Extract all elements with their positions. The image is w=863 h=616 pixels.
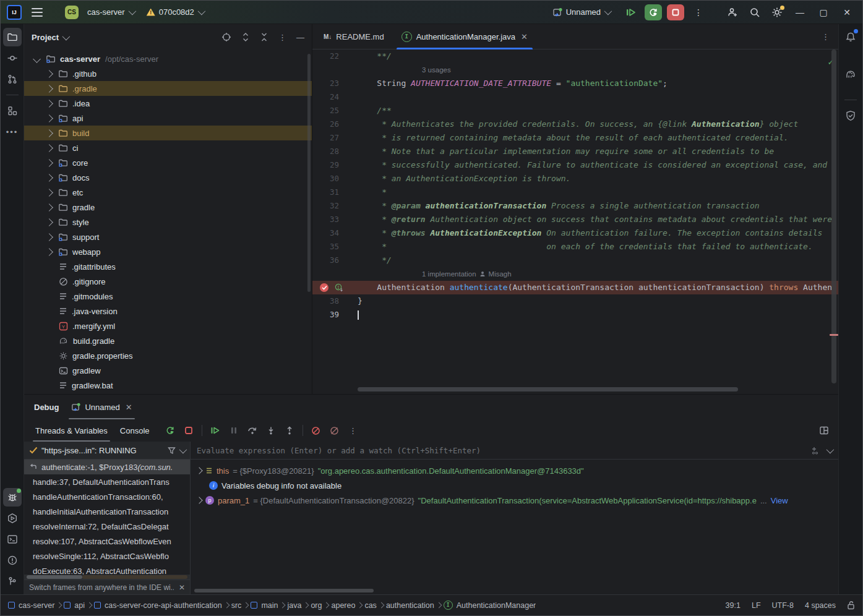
- code-line[interactable]: *: [358, 186, 838, 199]
- resume-program-button[interactable]: [622, 4, 640, 20]
- code-row-28[interactable]: 28 * Note that a particular implementati…: [312, 145, 838, 158]
- frames-hscrollbar[interactable]: [24, 575, 190, 580]
- tree-item-ci[interactable]: ci: [24, 140, 312, 155]
- resume-icon[interactable]: [207, 422, 223, 438]
- code-row-23[interactable]: 23 String AUTHENTICATION_DATE_ATTRIBUTE …: [312, 77, 838, 90]
- breadcrumb-java[interactable]: java: [287, 601, 301, 610]
- gutter[interactable]: 23: [312, 77, 358, 90]
- tree-item-gitmodules[interactable]: .gitmodules: [24, 289, 312, 304]
- commit-tool-icon[interactable]: [3, 49, 22, 67]
- project-selector[interactable]: cas-server: [84, 5, 138, 19]
- chevron-collapsed-icon[interactable]: [45, 85, 53, 93]
- more-actions-icon[interactable]: ⋮: [689, 4, 708, 20]
- code-row-34[interactable]: 34 * @throws AuthenticationException On …: [312, 226, 838, 240]
- structure-tool-icon[interactable]: [3, 101, 22, 120]
- chevron-collapsed-icon[interactable]: [45, 144, 53, 152]
- stack-frame-0[interactable]: authenticate:-1, $Proxy183 (com.sun.: [24, 460, 190, 474]
- gutter[interactable]: 39: [312, 308, 358, 322]
- tree-item-etc[interactable]: etc: [24, 185, 312, 200]
- thread-selector[interactable]: "https-jsse...in": RUNNING: [24, 442, 190, 460]
- tab-console[interactable]: Console: [115, 419, 155, 442]
- step-out-icon[interactable]: [281, 422, 298, 438]
- close-hint-icon[interactable]: ✕: [179, 583, 185, 592]
- debug-session-tab[interactable]: Unnamed ✕: [71, 395, 132, 419]
- gutter[interactable]: 22: [312, 49, 358, 63]
- code-line[interactable]: * Note that a particular implementation …: [358, 145, 838, 158]
- tree-root-cas-server[interactable]: cas-server/opt/cas-server: [24, 51, 312, 66]
- tree-item-gradle[interactable]: .gradle: [24, 81, 312, 96]
- tree-item-gradlew[interactable]: gradlew: [24, 363, 312, 378]
- indent-style[interactable]: 4 spaces: [805, 601, 836, 610]
- rerun-debug-button[interactable]: [645, 4, 662, 20]
- code-row-25[interactable]: 25 /**: [312, 104, 838, 118]
- pause-icon[interactable]: [226, 422, 242, 438]
- tree-item-docs[interactable]: docs: [24, 170, 312, 185]
- gutter[interactable]: 34: [312, 226, 358, 240]
- project-tool-icon[interactable]: [3, 28, 22, 46]
- breadcrumb-cas[interactable]: cas: [364, 601, 376, 610]
- maximize-button[interactable]: ▢: [814, 4, 833, 20]
- services-tool-icon[interactable]: [3, 509, 22, 528]
- close-tab-icon[interactable]: ✕: [521, 32, 528, 41]
- gutter[interactable]: 25: [312, 104, 358, 118]
- code-row-36[interactable]: 36 */: [312, 254, 838, 267]
- gradle-tool-icon[interactable]: [841, 65, 860, 83]
- implementations-hint[interactable]: 1 implementation: [422, 267, 476, 281]
- code-line[interactable]: * Authenticates the provided credentials…: [358, 118, 838, 131]
- gutter[interactable]: 24: [312, 90, 358, 104]
- usages-hint[interactable]: 3 usages: [422, 63, 451, 77]
- breadcrumb-authentication[interactable]: authentication: [386, 601, 434, 610]
- tree-item-build-gradle[interactable]: build.gradle: [24, 333, 312, 348]
- intellij-logo-icon[interactable]: IJ: [7, 5, 22, 20]
- evaluate-input[interactable]: Evaluate expression (Enter) or add a wat…: [197, 446, 804, 455]
- tree-item-gradlew-bat[interactable]: gradlew.bat: [24, 378, 312, 393]
- chevron-collapsed-icon[interactable]: [45, 248, 53, 256]
- run-config-selector[interactable]: Unnamed: [549, 5, 614, 20]
- hide-panel-icon[interactable]: —: [296, 33, 304, 42]
- variable-param-row[interactable]: p param_1 = {DefaultAuthenticationTransa…: [191, 493, 838, 508]
- chevron-collapsed-icon[interactable]: [45, 70, 53, 78]
- panel-options-icon[interactable]: ⋮: [278, 33, 286, 42]
- gutter[interactable]: 32: [312, 199, 358, 213]
- notifications-icon[interactable]: [841, 28, 860, 46]
- gutter[interactable]: 36: [312, 254, 358, 267]
- chevron-down-icon[interactable]: [179, 445, 187, 453]
- tab-threads-variables[interactable]: Threads & Variables: [30, 419, 113, 442]
- code-row-37[interactable]: I Authentication authenticate(Authentica…: [312, 281, 838, 294]
- select-opened-file-icon[interactable]: [221, 32, 231, 42]
- code-row-24[interactable]: 24: [312, 90, 838, 104]
- expand-all-icon[interactable]: [241, 32, 250, 42]
- chevron-collapsed-icon[interactable]: [45, 174, 53, 182]
- more-tools-icon[interactable]: •••: [3, 122, 22, 141]
- breakpoint-icon[interactable]: [320, 283, 328, 292]
- tree-item-gradle[interactable]: gradle: [24, 200, 312, 215]
- author-hint[interactable]: Misagh: [489, 267, 512, 281]
- tree-item-github[interactable]: .github: [24, 66, 312, 81]
- tree-item-idea[interactable]: .idea: [24, 96, 312, 111]
- view-breakpoints-icon[interactable]: [308, 422, 324, 438]
- breadcrumb-cas-server-core-api-authentication[interactable]: cas-server-core-api-authentication: [94, 601, 222, 610]
- code-line[interactable]: * an AuthenticationException is thrown.: [358, 172, 838, 186]
- close-button[interactable]: ✕: [838, 4, 856, 20]
- editor-options-icon[interactable]: ⋮: [822, 32, 830, 41]
- code-line[interactable]: */: [358, 254, 838, 267]
- code-row-29[interactable]: 29 * successfully authenticated. Failure…: [312, 158, 838, 172]
- implemented-marker-icon[interactable]: I: [335, 283, 343, 292]
- breadcrumb-org[interactable]: org: [311, 601, 322, 610]
- code-line[interactable]: [358, 90, 838, 104]
- chevron-collapsed-icon[interactable]: [45, 159, 53, 167]
- editor-vscrollbar[interactable]: [831, 49, 836, 383]
- code-row-38[interactable]: 38}: [312, 294, 838, 308]
- vcs-widget[interactable]: ! 070c08d2: [143, 5, 207, 19]
- code-line[interactable]: }: [358, 294, 838, 308]
- stack-frame-6[interactable]: resolveSingle:112, AbstractCasWebflo: [24, 549, 190, 563]
- unlock-icon[interactable]: [847, 601, 855, 610]
- project-panel-title[interactable]: Project: [32, 33, 59, 42]
- chevron-collapsed-icon[interactable]: [45, 203, 53, 212]
- code-row-33[interactable]: 33 * @return Authentication object on su…: [312, 213, 838, 226]
- debug-tool-icon[interactable]: [3, 488, 22, 507]
- chevron-collapsed-icon[interactable]: [45, 233, 53, 241]
- tree-item-java-version[interactable]: .java-version: [24, 304, 312, 319]
- code-line[interactable]: 3 usages: [358, 63, 838, 77]
- code-line[interactable]: 1 implementationMisagh: [358, 267, 838, 281]
